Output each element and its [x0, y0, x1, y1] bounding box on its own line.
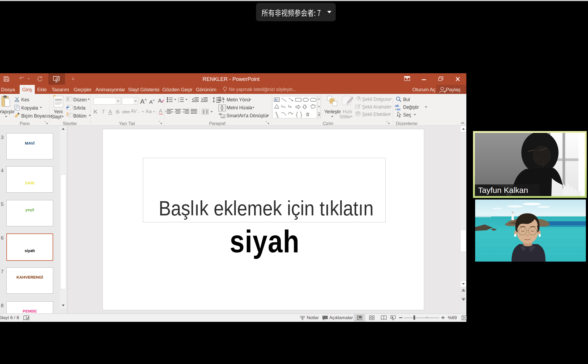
svg-text:1: 1 [178, 97, 179, 99]
svg-text:2: 2 [178, 99, 179, 101]
svg-text:A: A [222, 96, 224, 101]
svg-text:3: 3 [178, 101, 179, 102]
svg-text:ac: ac [397, 107, 400, 111]
svg-text:Tayfun Kalkan: Tayfun Kalkan [478, 186, 528, 194]
svg-text:A: A [275, 98, 277, 102]
